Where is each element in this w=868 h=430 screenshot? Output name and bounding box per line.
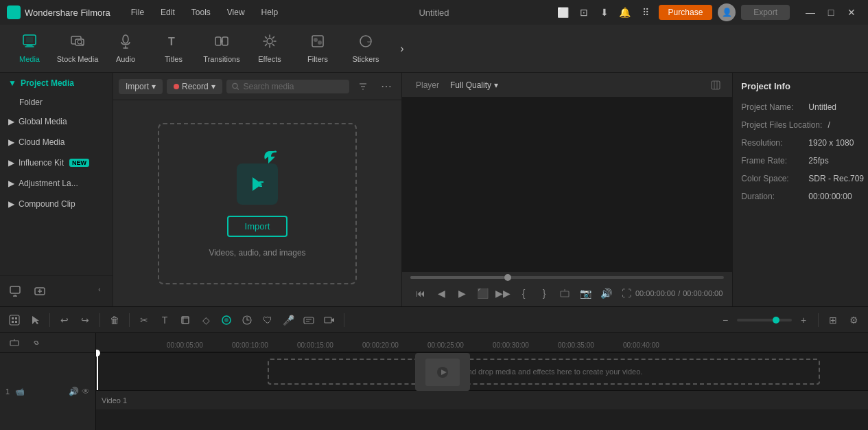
timeline-select-button[interactable] bbox=[26, 311, 44, 329]
zoom-handle[interactable] bbox=[773, 317, 779, 324]
timeline-cut-button[interactable]: ✂ bbox=[135, 311, 153, 329]
avatar[interactable]: 👤 bbox=[718, 3, 736, 21]
timeline-view-button[interactable]: ⊞ bbox=[824, 311, 842, 329]
info-row-duration: Duration: 00:00:00:00 bbox=[741, 192, 868, 201]
skip-start-button[interactable]: ⏮ bbox=[412, 284, 430, 302]
record-toolbar-button[interactable]: Record ▾ bbox=[167, 79, 222, 94]
timeline-motion-button[interactable] bbox=[218, 311, 235, 329]
audio-icon bbox=[118, 34, 133, 52]
timeline-voiceover-button[interactable]: 🎤 bbox=[279, 311, 297, 329]
sidebar-item-compound[interactable]: ▶ Compound Clip bbox=[0, 194, 113, 214]
timeline-keyframe-button[interactable]: ◇ bbox=[197, 311, 215, 329]
menu-tools[interactable]: Tools bbox=[185, 5, 218, 20]
player-time: 00:00:00:00 / 00:00:00:00 bbox=[635, 289, 723, 297]
player-settings-icon[interactable] bbox=[707, 77, 724, 93]
filter-button[interactable] bbox=[353, 77, 373, 96]
drop-zone[interactable]: Drag and drop media and effects here to … bbox=[268, 359, 820, 385]
mark-in-button[interactable]: { bbox=[515, 284, 532, 302]
timeline-text-button[interactable]: T bbox=[156, 311, 174, 329]
toolbar-more-button[interactable]: › bbox=[392, 39, 412, 58]
fullscreen-button[interactable]: ⛶ bbox=[618, 284, 635, 302]
add-to-timeline-button[interactable] bbox=[556, 284, 574, 302]
audio-button[interactable]: 🔊 bbox=[597, 284, 615, 302]
import-toolbar-button[interactable]: Import ▾ bbox=[119, 79, 163, 94]
progress-bar[interactable] bbox=[410, 276, 724, 279]
maximize-button[interactable]: □ bbox=[821, 3, 841, 22]
import-drop-zone[interactable]: Import Videos, audio, and images bbox=[158, 123, 357, 284]
sidebar-folder[interactable]: Folder bbox=[0, 93, 113, 111]
toolbar-filters[interactable]: Filters bbox=[294, 28, 342, 69]
timeline-redo-button[interactable]: ↪ bbox=[76, 311, 94, 329]
display-icon[interactable]: ⊡ bbox=[576, 5, 591, 20]
snapshot-button[interactable]: 📷 bbox=[576, 284, 594, 302]
sidebar-item-cloud[interactable]: ▶ Cloud Media bbox=[0, 132, 113, 152]
toolbar-effects[interactable]: Effects bbox=[246, 28, 294, 69]
timeline-auto-caption-button[interactable] bbox=[300, 311, 318, 329]
timeline-crop-button[interactable] bbox=[176, 311, 194, 329]
monitor-icon[interactable]: ⬜ bbox=[556, 5, 571, 20]
timeline-speed-button[interactable] bbox=[238, 311, 256, 329]
sidebar-project-media[interactable]: ▼ Project Media bbox=[0, 73, 113, 93]
player-time-current: 00:00:00:00 bbox=[635, 289, 675, 297]
menu-help[interactable]: Help bbox=[255, 5, 285, 20]
purchase-button[interactable]: Purchase bbox=[659, 5, 713, 20]
svg-line-34 bbox=[237, 87, 239, 89]
toolbar-transitions[interactable]: Transitions bbox=[198, 28, 246, 69]
close-button[interactable]: ✕ bbox=[842, 3, 861, 22]
sidebar-add-button[interactable] bbox=[5, 282, 25, 301]
sidebar-collapse-button[interactable]: ‹ bbox=[92, 282, 107, 297]
track-1-audio-icon[interactable]: 🔊 bbox=[69, 387, 79, 396]
timeline-protect-button[interactable]: 🛡 bbox=[259, 311, 277, 329]
download-icon[interactable]: ⬇ bbox=[597, 5, 612, 20]
minimize-button[interactable]: — bbox=[801, 3, 820, 22]
playhead-marker bbox=[96, 350, 100, 357]
svg-point-26 bbox=[318, 41, 322, 45]
zoom-in-button[interactable]: + bbox=[795, 311, 812, 329]
timeline-delete-button[interactable]: 🗑 bbox=[106, 311, 124, 329]
track-1-eye-icon[interactable]: 👁 bbox=[82, 387, 90, 396]
toolbar-titles[interactable]: T Titles bbox=[150, 28, 198, 69]
search-input[interactable] bbox=[243, 82, 344, 91]
thumb-content bbox=[425, 359, 460, 386]
toolbar-media[interactable]: Media bbox=[5, 28, 54, 69]
timeline-link-btn[interactable] bbox=[27, 334, 45, 352]
sidebar-item-global[interactable]: ▶ Global Media bbox=[0, 111, 113, 132]
menu-file[interactable]: File bbox=[124, 5, 151, 20]
timeline-video-button[interactable] bbox=[320, 311, 338, 329]
timeline-settings-button[interactable]: ⚙ bbox=[845, 311, 863, 329]
sidebar-item-adjustment[interactable]: ▶ Adjustment La... bbox=[0, 173, 113, 194]
timeline-scene-button[interactable] bbox=[5, 311, 23, 329]
timeline-add-track-btn[interactable] bbox=[5, 334, 23, 352]
stop-button[interactable]: ⬛ bbox=[473, 284, 491, 302]
mark-out-button[interactable]: } bbox=[535, 284, 553, 302]
grid-icon[interactable]: ⠿ bbox=[638, 5, 653, 20]
toolbar-audio[interactable]: Audio bbox=[102, 28, 150, 69]
zoom-out-button[interactable]: − bbox=[716, 311, 734, 329]
quality-select[interactable]: Full Quality ▾ bbox=[450, 80, 498, 90]
sidebar-link-button[interactable] bbox=[30, 282, 49, 301]
timeline-undo-button[interactable]: ↩ bbox=[56, 311, 73, 329]
media-more-button[interactable]: ⋯ bbox=[377, 77, 396, 96]
timeline-add-track-row bbox=[0, 333, 95, 352]
import-center-button[interactable]: Import bbox=[227, 216, 288, 237]
toolbar-stickers[interactable]: Stickers bbox=[342, 28, 390, 69]
play-button[interactable]: ▶ bbox=[453, 284, 471, 302]
progress-handle[interactable] bbox=[504, 274, 511, 281]
project-info-title: Project Info bbox=[741, 81, 868, 91]
toolbar-stock[interactable]: Stock Media bbox=[54, 28, 102, 69]
zoom-slider[interactable] bbox=[737, 319, 792, 321]
info-row-location: Project Files Location: / bbox=[741, 120, 868, 130]
track-1-content[interactable]: Drag and drop media and effects here to … bbox=[96, 352, 868, 390]
player-tab[interactable]: Player bbox=[410, 78, 445, 93]
prev-frame-button[interactable]: ◀ bbox=[432, 284, 450, 302]
menu-edit[interactable]: Edit bbox=[154, 5, 182, 20]
bell-icon[interactable]: 🔔 bbox=[618, 5, 633, 20]
import-hint-text: Videos, audio, and images bbox=[209, 248, 305, 258]
player-toolbar: Player Full Quality ▾ bbox=[402, 73, 732, 98]
sidebar-bottom: ‹ bbox=[0, 275, 113, 306]
export-button[interactable]: Export bbox=[741, 5, 790, 20]
next-frame-button[interactable]: ▶▶ bbox=[494, 284, 512, 302]
timeline: ↩ ↪ 🗑 ✂ T ◇ 🛡 🎤 bbox=[0, 306, 868, 430]
menu-view[interactable]: View bbox=[220, 5, 252, 20]
sidebar-item-influence[interactable]: ▶ Influence Kit NEW bbox=[0, 152, 113, 173]
